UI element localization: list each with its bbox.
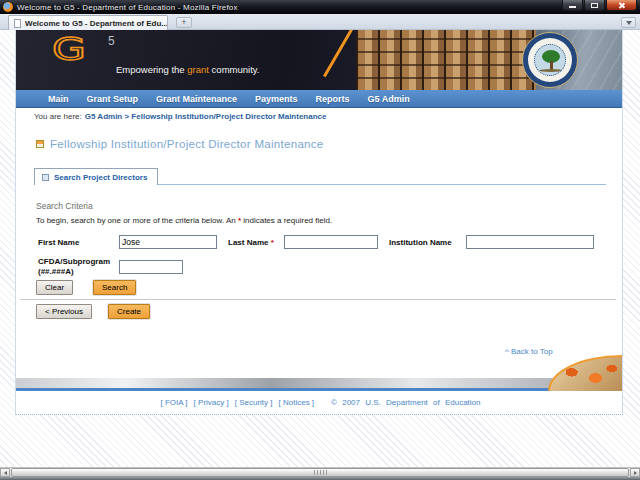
clear-button[interactable]: Clear xyxy=(36,280,73,295)
close-button[interactable] xyxy=(606,0,637,11)
scrollbar-thumb[interactable] xyxy=(11,468,629,477)
page-content: G 5 Empowering the grant community. xyxy=(15,30,623,415)
first-name-label: First Name xyxy=(38,238,79,247)
g5-logo-five: 5 xyxy=(108,34,115,48)
site-header: G 5 Empowering the grant community. xyxy=(16,30,622,90)
seal-tree xyxy=(534,44,566,76)
main-nav: Main Grant Setup Grant Maintenance Payme… xyxy=(16,90,622,108)
arrow-left-icon xyxy=(4,471,7,475)
cfda-label-line1: CFDA/Subprogram xyxy=(38,257,110,266)
criteria-heading: Search Criteria xyxy=(36,201,93,211)
footer-link-notices[interactable]: [ Notices ] xyxy=(279,398,315,407)
close-icon xyxy=(618,2,625,9)
criteria-instruction: To begin, search by one or more of the c… xyxy=(36,216,332,225)
arrow-right-icon xyxy=(634,471,637,475)
blue-line-decoration xyxy=(16,388,622,391)
department-of-education-seal-icon xyxy=(522,32,578,88)
tagline: Empowering the grant community. xyxy=(116,64,259,75)
cfda-subprogram-label: CFDA/Subprogram (##.###A) xyxy=(38,257,110,276)
new-tab-button[interactable]: + xyxy=(176,17,192,28)
last-name-label: Last Name * xyxy=(228,238,274,247)
create-button[interactable]: Create xyxy=(108,304,150,319)
cfda-label-line2: (##.###A) xyxy=(38,267,74,276)
maximize-button[interactable] xyxy=(584,0,605,11)
browser-tab-active[interactable]: Welcome to G5 - Department of Edu... xyxy=(8,15,168,30)
window-title: Welcome to G5 - Department of Education … xyxy=(17,3,238,12)
maximize-icon xyxy=(591,3,598,8)
cfda-subprogram-input[interactable] xyxy=(119,260,183,274)
nav-item-main[interactable]: Main xyxy=(48,94,69,104)
page-footer: [ FOIA ][ Privacy ][ Security ][ Notices… xyxy=(16,398,622,407)
tagline-post: community. xyxy=(209,64,260,75)
browser-tabbar: Welcome to G5 - Department of Edu... + xyxy=(0,14,640,30)
instruction-pre: To begin, search by one or more of the c… xyxy=(36,216,238,225)
tagline-highlight: grant xyxy=(187,64,209,75)
breadcrumb-prefix: You are here: xyxy=(34,112,82,121)
page-title: Fellowship Institution/Project Director … xyxy=(50,138,324,150)
back-to-top-link[interactable]: ^ Back to Top xyxy=(505,347,553,356)
nav-item-reports[interactable]: Reports xyxy=(316,94,350,104)
list-tabs-button[interactable] xyxy=(621,17,636,28)
nav-item-grant-maintenance[interactable]: Grant Maintenance xyxy=(156,94,237,104)
previous-button[interactable]: < Previous xyxy=(36,304,92,319)
nav-item-grant-setup[interactable]: Grant Setup xyxy=(87,94,139,104)
scroll-left-button[interactable] xyxy=(0,468,10,477)
search-button[interactable]: Search xyxy=(93,280,136,295)
form-icon xyxy=(36,140,44,148)
minimize-button[interactable] xyxy=(562,0,583,11)
divider xyxy=(20,299,616,300)
scrollbar-grip xyxy=(314,470,327,475)
footer-link-foia[interactable]: [ FOIA ] xyxy=(160,398,187,407)
tab-icon xyxy=(42,174,49,181)
seal-ring xyxy=(528,38,572,82)
scroll-right-button[interactable] xyxy=(630,468,640,477)
window-controls xyxy=(562,0,637,11)
footer-link-security[interactable]: [ Security ] xyxy=(235,398,273,407)
first-name-input[interactable] xyxy=(119,235,217,249)
nav-item-g5-admin[interactable]: G5 Admin xyxy=(368,94,410,104)
classroom-chairs-image xyxy=(548,355,622,391)
chevron-down-icon xyxy=(626,21,632,25)
tagline-pre: Empowering the xyxy=(116,64,187,75)
page-icon xyxy=(14,19,21,28)
breadcrumb: You are here:G5 Admin > Fellowship Insti… xyxy=(34,112,327,121)
firefox-icon xyxy=(3,2,13,12)
institution-name-label: Institution Name xyxy=(389,238,452,247)
copyright-text: © 2007 U.S. Department of Education xyxy=(331,398,480,407)
horizontal-scrollbar[interactable] xyxy=(0,467,640,477)
instruction-post: indicates a required field. xyxy=(241,216,332,225)
browser-tab-title: Welcome to G5 - Department of Edu... xyxy=(25,19,168,28)
footer-link-privacy[interactable]: [ Privacy ] xyxy=(194,398,229,407)
tree-ground xyxy=(539,69,563,72)
page-title-row: Fellowship Institution/Project Director … xyxy=(36,138,324,150)
last-name-required-asterisk: * xyxy=(271,238,274,247)
nav-item-payments[interactable]: Payments xyxy=(255,94,298,104)
silver-bar-decoration xyxy=(16,378,622,388)
breadcrumb-path[interactable]: G5 Admin > Fellowship Institution/Projec… xyxy=(85,112,327,121)
g5-logo[interactable]: G xyxy=(52,32,86,66)
window-titlebar[interactable]: Welcome to G5 - Department of Education … xyxy=(0,0,640,14)
tab-search-project-directors[interactable]: Search Project Directors xyxy=(34,168,158,185)
institution-name-input[interactable] xyxy=(466,235,594,249)
browser-viewport: G 5 Empowering the grant community. xyxy=(0,30,640,480)
minimize-icon xyxy=(569,6,576,8)
last-name-input[interactable] xyxy=(284,235,378,249)
last-name-label-text: Last Name xyxy=(228,238,268,247)
tab-search-label: Search Project Directors xyxy=(54,173,147,182)
firefox-window: Welcome to G5 - Department of Education … xyxy=(0,0,640,480)
